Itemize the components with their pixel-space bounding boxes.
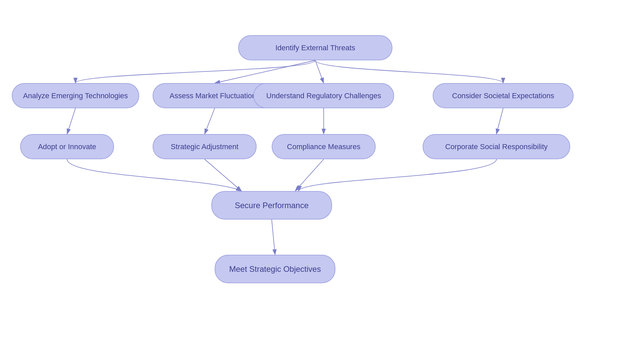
node-meet-strategic-objectives: Meet Strategic Objectives [215,255,335,283]
node-corporate-social-responsibility: Corporate Social Responsibility [423,134,570,159]
node-adopt-or-innovate: Adopt or Innovate [20,134,114,159]
node-understand-regulatory-challenges: Understand Regulatory Challenges [253,83,394,108]
node-secure-performance: Secure Performance [211,191,332,220]
node-consider-societal-expectations: Consider Societal Expectations [433,83,574,108]
diagram-container: Identify External Threats Analyze Emergi… [0,0,644,362]
node-analyze-emerging-technologies: Analyze Emerging Technologies [12,83,139,108]
node-strategic-adjustment: Strategic Adjustment [153,134,257,159]
node-compliance-measures: Compliance Measures [272,134,376,159]
node-identify-external-threats: Identify External Threats [238,35,392,60]
